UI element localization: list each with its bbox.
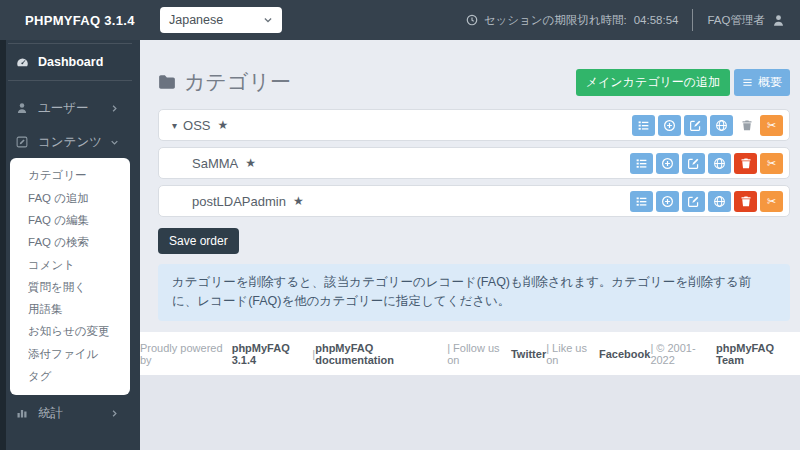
phpmyfaq-admin-page: { "topbar": { "brand": "PHPMYFAQ 3.1.4",…: [0, 0, 800, 450]
page-background: [140, 375, 800, 450]
submenu-item-glossary[interactable]: 用語集: [10, 304, 130, 316]
category-detail-button[interactable]: [630, 191, 653, 212]
cut-category-button[interactable]: ✂: [760, 153, 783, 174]
caret-down-icon[interactable]: ▾: [172, 120, 177, 131]
footer-link-team[interactable]: phpMyFAQ Team: [716, 342, 800, 366]
session-expiry-label: セッションの期限切れ時間:: [484, 13, 627, 28]
category-row[interactable]: postLDAPadmin ★ ✂: [158, 185, 790, 217]
list-alt-icon: [635, 195, 648, 208]
translate-category-button[interactable]: [710, 115, 733, 136]
footer-text: Proudly powered by: [140, 342, 232, 366]
trash-icon: [741, 119, 753, 131]
list-alt-icon: [635, 157, 648, 170]
submenu-item-attachments[interactable]: 添付ファイル: [10, 349, 130, 361]
category-detail-button[interactable]: [632, 115, 655, 136]
cut-category-button[interactable]: ✂: [760, 115, 783, 136]
user-avatar-icon[interactable]: [772, 14, 785, 27]
topbar: PHPMYFAQ 3.1.4 Japanese セッションの期限切れ時間: 04…: [0, 0, 800, 40]
category-detail-button[interactable]: [630, 153, 653, 174]
globe-icon: [713, 195, 726, 208]
star-icon: ★: [293, 194, 304, 208]
submenu-item-search-faq[interactable]: FAQ の検索: [10, 237, 130, 249]
plus-circle-icon: [661, 195, 674, 208]
category-row[interactable]: SaMMA ★ ✂: [158, 147, 790, 179]
submenu-item-comments[interactable]: コメント: [10, 260, 130, 272]
list-icon: [742, 77, 753, 88]
trash-icon: [740, 157, 752, 169]
sidebar-item-label: Dashboard: [38, 55, 103, 69]
overview-button[interactable]: 概要: [734, 69, 790, 96]
chevron-right-icon: [106, 104, 122, 113]
topbar-right: セッションの期限切れ時間: 04:58:54 FAQ管理者: [466, 0, 785, 40]
submenu-item-tags[interactable]: タグ: [10, 371, 130, 383]
add-main-category-button[interactable]: メインカテゴリーの追加: [576, 69, 730, 96]
scissors-icon: ✂: [767, 157, 776, 170]
sidebar-item-label: コンテンツ: [38, 134, 102, 151]
submenu-item-add-faq[interactable]: FAQ の追加: [10, 193, 130, 205]
category-name: SaMMA: [192, 156, 238, 171]
globe-icon: [715, 119, 728, 132]
sidebar-item-users[interactable]: ユーザー: [14, 96, 130, 120]
submenu-item-categories[interactable]: カテゴリー: [10, 170, 130, 182]
sidebar-item-content[interactable]: コンテンツ: [14, 130, 130, 154]
edit-icon: [687, 157, 700, 170]
save-order-button[interactable]: Save order: [158, 228, 239, 254]
overview-button-label: 概要: [758, 74, 782, 91]
sidebar-item-dashboard[interactable]: Dashboard: [14, 50, 130, 74]
edit-category-button[interactable]: [682, 153, 705, 174]
translate-category-button[interactable]: [708, 153, 731, 174]
language-select-value: Japanese: [169, 13, 263, 27]
delete-category-button[interactable]: [734, 191, 757, 212]
footer-text: | © 2001-2022: [650, 342, 716, 366]
chevron-right-icon: [106, 409, 122, 418]
footer-link-twitter[interactable]: Twitter: [511, 348, 546, 360]
delete-category-button[interactable]: [734, 153, 757, 174]
edit-category-button[interactable]: [684, 115, 707, 136]
sidebar-item-statistics[interactable]: 統計: [14, 401, 130, 425]
footer-text: | Like us on: [546, 342, 599, 366]
delete-warning-alert: カテゴリーを削除すると、該当カテゴリーのレコード(FAQ)も削除されます。カテゴ…: [158, 264, 790, 321]
add-subcategory-button[interactable]: [658, 115, 681, 136]
sidebar: Dashboard ユーザー コンテンツ カテゴリー FAQ の追加 FAQ の…: [0, 40, 140, 450]
star-icon: ★: [218, 118, 229, 132]
category-row[interactable]: ▾ OSS ★ ✂: [158, 109, 790, 141]
topbar-divider: [692, 9, 693, 31]
category-name: postLDAPadmin: [192, 194, 286, 209]
user-icon: [14, 102, 30, 114]
page-title: カテゴリー: [184, 68, 291, 96]
category-actions: ✂: [627, 191, 789, 212]
sidebar-item-label: ユーザー: [38, 100, 89, 117]
sidebar-item-label: 統計: [38, 405, 63, 422]
submenu-item-edit-faq[interactable]: FAQ の編集: [10, 215, 130, 227]
sidebar-divider: [8, 43, 132, 44]
gauge-icon: [14, 56, 30, 69]
add-subcategory-button[interactable]: [656, 191, 679, 212]
main-content: カテゴリー メインカテゴリーの追加 概要 ▾ OSS ★ ✂ SaMMA ★: [140, 40, 800, 450]
app-brand: PHPMYFAQ 3.1.4: [25, 13, 135, 28]
cut-category-button[interactable]: ✂: [760, 191, 783, 212]
chevron-down-icon: [263, 15, 273, 25]
page-header: カテゴリー メインカテゴリーの追加 概要: [158, 66, 790, 98]
translate-category-button[interactable]: [708, 191, 731, 212]
footer-link-facebook[interactable]: Facebook: [599, 348, 650, 360]
sidebar-edge: [0, 40, 6, 450]
folder-icon: [158, 73, 176, 91]
session-expiry-time: 04:58:54: [634, 14, 679, 26]
category-actions: ✂: [627, 153, 789, 174]
bar-chart-icon: [14, 407, 30, 419]
footer-link-documentation[interactable]: phpMyFAQ documentation: [315, 342, 447, 366]
submenu-item-news[interactable]: お知らせの変更: [10, 326, 130, 338]
edit-category-button[interactable]: [682, 191, 705, 212]
add-subcategory-button[interactable]: [656, 153, 679, 174]
language-select[interactable]: Japanese: [160, 7, 282, 33]
edit-icon: [689, 119, 702, 132]
star-icon: ★: [245, 156, 256, 170]
globe-icon: [713, 157, 726, 170]
trash-icon: [740, 195, 752, 207]
footer-link-phpmyfaq[interactable]: phpMyFAQ 3.1.4: [232, 342, 313, 366]
plus-circle-icon: [661, 157, 674, 170]
footer: Proudly powered by phpMyFAQ 3.1.4 | phpM…: [140, 332, 800, 375]
submenu-item-open-questions[interactable]: 質問を開く: [10, 282, 130, 294]
logged-in-user[interactable]: FAQ管理者: [707, 13, 765, 28]
sidebar-divider: [8, 80, 132, 81]
